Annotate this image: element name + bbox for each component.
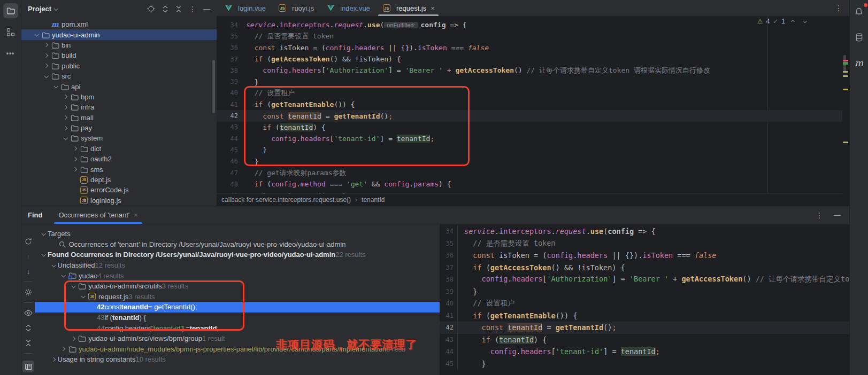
code-line-45[interactable]: 45 }	[440, 358, 849, 370]
code-line-42[interactable]: 42 const tenantId = getTenantId();	[217, 110, 842, 121]
tree-item-dept.js[interactable]: JSdept.js	[21, 175, 217, 185]
chevron-down-icon[interactable]	[69, 285, 78, 288]
editor-tab-request.js[interactable]: JSrequest.js×	[376, 0, 441, 16]
find-options-kebab-icon[interactable]: ⋮	[816, 211, 823, 220]
next-occurrence-icon[interactable]: ↓	[21, 264, 35, 279]
find-tree-node[interactable]: yudao 4 results	[35, 270, 440, 281]
chevron-down-icon[interactable]	[51, 85, 60, 88]
chevron-right-icon[interactable]	[71, 158, 79, 161]
code-area[interactable]: 34service.interceptors.request.use(onFul…	[217, 16, 842, 193]
code-line-43[interactable]: 43 if (tenantId) {	[440, 334, 849, 346]
code-line-38[interactable]: 38 config.headers['Authorization'] = 'Be…	[440, 274, 849, 286]
code-line-39[interactable]: 39 }	[440, 286, 849, 298]
code-line-34[interactable]: 34service.interceptors.request.use(confi…	[440, 225, 849, 238]
code-line-34[interactable]: 34service.interceptors.request.use(onFul…	[217, 19, 842, 30]
expand-all-icon[interactable]	[21, 321, 35, 335]
tree-item-bpm[interactable]: bpm	[21, 92, 217, 102]
tree-item-bin[interactable]: bin	[21, 40, 217, 50]
maven-tool-button[interactable]: m	[851, 56, 866, 71]
tree-item-sms[interactable]: sms	[21, 164, 217, 174]
close-tab-icon[interactable]: ×	[134, 211, 138, 219]
error-stripe[interactable]	[842, 16, 849, 193]
code-line-47[interactable]: 47 // get请求映射params参数	[217, 167, 842, 178]
tree-item-mall[interactable]: mall	[21, 113, 217, 123]
collapse-all-icon[interactable]	[175, 5, 182, 13]
code-line-36[interactable]: 36 const isToken = (config.headers || {}…	[217, 42, 842, 53]
find-tree-node[interactable]: Usage in string constants 10 results	[35, 354, 440, 365]
project-tree-scrollbar[interactable]	[212, 60, 215, 113]
editor-tab-login.vue[interactable]: login.vue	[218, 0, 272, 16]
code-line-45[interactable]: 45 }	[217, 144, 842, 155]
project-options-kebab-icon[interactable]: ⋮	[189, 5, 196, 13]
database-tool-button[interactable]	[851, 30, 866, 45]
chevron-right-icon[interactable]	[71, 147, 79, 150]
close-tab-icon[interactable]: ×	[431, 4, 435, 12]
tree-item-pay[interactable]: pay	[21, 123, 217, 133]
tree-item-public[interactable]: public	[21, 61, 217, 71]
editor-tab-index.vue[interactable]: index.vue	[320, 0, 376, 16]
code-line-39[interactable]: 39 }	[217, 76, 842, 87]
find-tree-node[interactable]: JSrequest.js 3 results	[35, 292, 440, 302]
hide-project-panel-icon[interactable]: —	[203, 5, 210, 13]
find-result-line[interactable]: 42 const tenantId = getTenantId();	[35, 302, 440, 312]
chevron-down-icon[interactable]	[79, 295, 87, 298]
chevron-down-icon[interactable]	[49, 264, 58, 267]
chevron-down-icon[interactable]	[61, 137, 70, 140]
code-line-44[interactable]: 44 config.headers['tenant-id'] = tenantI…	[217, 133, 842, 144]
chevron-right-icon[interactable]	[42, 43, 50, 46]
tree-item-system[interactable]: system	[21, 133, 217, 143]
find-tree-node[interactable]: Found Occurrences in Directory /Users/yu…	[35, 249, 440, 260]
tree-item-oauth2[interactable]: oauth2	[21, 154, 217, 164]
chevron-right-icon[interactable]	[61, 95, 70, 98]
hide-find-panel-icon[interactable]: —	[834, 211, 841, 220]
code-line-36[interactable]: 36 const isToken = (config.headers || {}…	[440, 249, 849, 262]
structure-tool-button[interactable]	[3, 25, 18, 40]
chevron-down-icon[interactable]	[32, 33, 41, 36]
chevron-right-icon[interactable]	[61, 106, 70, 109]
chevron-right-icon[interactable]	[42, 54, 50, 57]
chevron-down-icon[interactable]	[39, 253, 48, 256]
code-line-40[interactable]: 40 // 设置租户	[217, 88, 842, 99]
project-panel-title[interactable]: Project	[28, 5, 51, 13]
code-line-37[interactable]: 37 if (getAccessToken() && !isToken) {	[440, 262, 849, 274]
notifications-button[interactable]	[851, 4, 866, 19]
find-tree-node[interactable]: Unclassified 12 results	[35, 260, 440, 271]
chevron-right-icon[interactable]	[71, 168, 79, 171]
code-line-37[interactable]: 37 if (getAccessToken() && !isToken) {	[217, 53, 842, 65]
code-line-43[interactable]: 43 if (tenantId) {	[217, 122, 842, 133]
tree-item-build[interactable]: build	[21, 50, 217, 60]
code-line-35[interactable]: 35 // 是否需要设置 token	[217, 30, 842, 42]
chevron-right-icon[interactable]	[59, 347, 67, 350]
chevron-down-icon[interactable]	[59, 274, 67, 277]
editor-tab-ruoyi.js[interactable]: JSruoyi.js	[272, 0, 320, 16]
settings-gear-icon[interactable]	[21, 285, 35, 300]
code-line-35[interactable]: 35 // 是否需要设置 token	[440, 238, 849, 250]
code-line-40[interactable]: 40 // 设置租户	[440, 298, 849, 310]
chevron-right-icon[interactable]	[49, 358, 58, 361]
locate-file-icon[interactable]	[147, 5, 155, 13]
preview-eye-icon[interactable]	[21, 306, 35, 321]
more-tools-button[interactable]: •••	[3, 46, 18, 61]
chevron-right-icon[interactable]	[42, 64, 50, 67]
find-result-line[interactable]: 43 if (tenantId) {	[35, 312, 440, 323]
find-tree-node[interactable]: yudao-ui-admin/src/utils 3 results	[35, 281, 440, 292]
rerun-search-icon[interactable]	[21, 234, 35, 249]
tree-item-infra[interactable]: infra	[21, 102, 217, 112]
code-line-44[interactable]: 44 config.headers['tenant-id'] = tenantI…	[440, 346, 849, 358]
previous-occurrence-icon[interactable]: ↑	[21, 249, 35, 264]
find-result-line[interactable]: 44 config.headers['tenant-id'] = tenantI…	[35, 323, 440, 333]
collapse-all-icon[interactable]	[21, 335, 35, 350]
code-line-41[interactable]: 41 if (getTenantEnable()) {	[440, 310, 849, 322]
breadcrumb-item[interactable]: tenantId	[362, 196, 385, 204]
find-tree-node[interactable]: yudao-ui-admin/node_modules/bpmn-js-prop…	[35, 344, 440, 355]
code-line-38[interactable]: 38 config.headers['Authorization'] = 'Be…	[217, 65, 842, 76]
code-line-42[interactable]: 42 const tenantId = getTenantId();	[440, 322, 849, 334]
tree-item-src[interactable]: src	[21, 71, 217, 81]
chevron-right-icon[interactable]	[69, 337, 78, 340]
find-tree-node[interactable]: Targets	[35, 229, 440, 239]
tree-item-yudao-ui-admin[interactable]: yudao-ui-admin	[21, 29, 217, 40]
breadcrumb-item[interactable]: callback for service.interceptors.reques…	[221, 196, 351, 204]
chevron-down-icon[interactable]	[39, 232, 48, 236]
tree-item-dict[interactable]: dict	[21, 144, 217, 154]
find-tree-node[interactable]: yudao-ui-admin/src/views/bpm/group 1 res…	[35, 333, 440, 344]
